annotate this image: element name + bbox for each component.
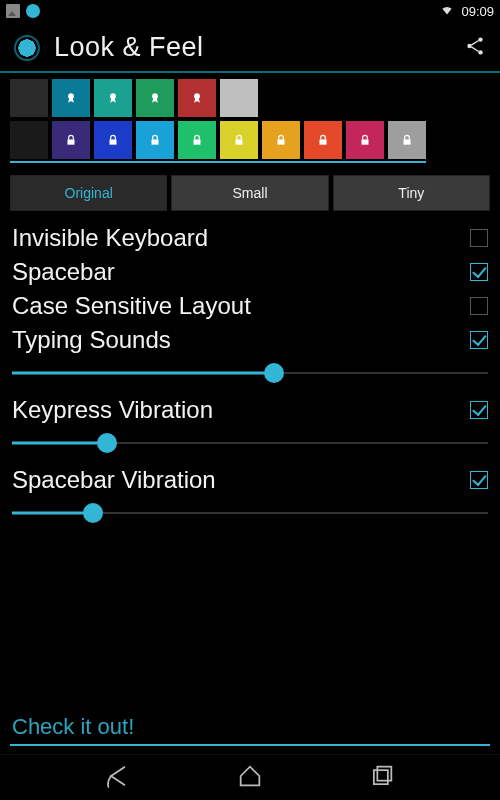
setting-label: Spacebar (12, 258, 470, 286)
wifi-icon (439, 4, 455, 18)
page-title: Look & Feel (54, 32, 204, 63)
theme-swatch[interactable] (52, 79, 90, 117)
setting-label: Case Sensitive Layout (12, 292, 470, 320)
slider-spacebar-vibration[interactable] (12, 499, 488, 527)
slider-typing-sounds[interactable] (12, 359, 488, 387)
theme-swatch[interactable] (262, 121, 300, 159)
theme-swatch[interactable] (304, 121, 342, 159)
setting-label: Typing Sounds (12, 326, 470, 354)
svg-rect-9 (152, 139, 159, 144)
checkbox[interactable] (470, 263, 488, 281)
status-clock: 09:09 (461, 4, 494, 19)
setting-spacebar[interactable]: Spacebar (12, 255, 488, 289)
theme-swatch[interactable] (52, 121, 90, 159)
theme-swatch[interactable] (94, 121, 132, 159)
android-nav-bar (0, 754, 500, 800)
svg-rect-12 (278, 139, 285, 144)
theme-swatch[interactable] (10, 121, 48, 159)
status-bar: 09:09 (0, 0, 500, 22)
setting-spacebar-vibration[interactable]: Spacebar Vibration (12, 463, 488, 497)
preview-input[interactable] (10, 710, 490, 746)
theme-swatch[interactable] (136, 121, 174, 159)
svg-rect-11 (236, 139, 243, 144)
tab-tiny[interactable]: Tiny (333, 175, 490, 211)
setting-case-sensitive[interactable]: Case Sensitive Layout (12, 289, 488, 323)
recents-icon[interactable] (368, 762, 396, 794)
preview-input-area (0, 704, 500, 752)
svg-rect-7 (68, 139, 75, 144)
svg-point-3 (68, 93, 74, 99)
svg-rect-17 (377, 766, 391, 780)
svg-point-6 (194, 93, 200, 99)
svg-rect-10 (194, 139, 201, 144)
theme-swatch[interactable] (220, 79, 258, 117)
setting-label: Keypress Vibration (12, 396, 470, 424)
setting-invisible-keyboard[interactable]: Invisible Keyboard (12, 221, 488, 255)
theme-swatch[interactable] (178, 121, 216, 159)
svg-rect-15 (404, 139, 411, 144)
theme-swatch[interactable] (388, 121, 426, 159)
back-icon[interactable] (104, 762, 132, 794)
settings-list: Invisible Keyboard Spacebar Case Sensiti… (0, 221, 500, 527)
svg-rect-16 (374, 770, 388, 784)
svg-point-5 (152, 93, 158, 99)
size-tabs: OriginalSmallTiny (0, 171, 500, 221)
checkbox[interactable] (470, 297, 488, 315)
theme-swatch[interactable] (178, 79, 216, 117)
checkbox[interactable] (470, 229, 488, 247)
tab-small[interactable]: Small (171, 175, 328, 211)
share-icon[interactable] (464, 35, 486, 61)
tab-original[interactable]: Original (10, 175, 167, 211)
theme-swatch[interactable] (94, 79, 132, 117)
theme-swatch[interactable] (136, 79, 174, 117)
notification-app-icon (26, 4, 40, 18)
svg-rect-13 (320, 139, 327, 144)
svg-rect-14 (362, 139, 369, 144)
checkbox[interactable] (470, 331, 488, 349)
app-bar: Look & Feel (0, 22, 500, 73)
theme-swatch[interactable] (220, 121, 258, 159)
svg-point-4 (110, 93, 116, 99)
checkbox[interactable] (470, 401, 488, 419)
setting-typing-sounds[interactable]: Typing Sounds (12, 323, 488, 357)
theme-swatch[interactable] (346, 121, 384, 159)
setting-label: Spacebar Vibration (12, 466, 470, 494)
setting-label: Invisible Keyboard (12, 224, 470, 252)
setting-keypress-vibration[interactable]: Keypress Vibration (12, 393, 488, 427)
notification-image-icon (6, 4, 20, 18)
theme-swatches (0, 73, 500, 171)
slider-keypress-vibration[interactable] (12, 429, 488, 457)
app-logo-icon (14, 35, 40, 61)
svg-rect-8 (110, 139, 117, 144)
theme-swatch[interactable] (10, 79, 48, 117)
checkbox[interactable] (470, 471, 488, 489)
home-icon[interactable] (236, 762, 264, 794)
